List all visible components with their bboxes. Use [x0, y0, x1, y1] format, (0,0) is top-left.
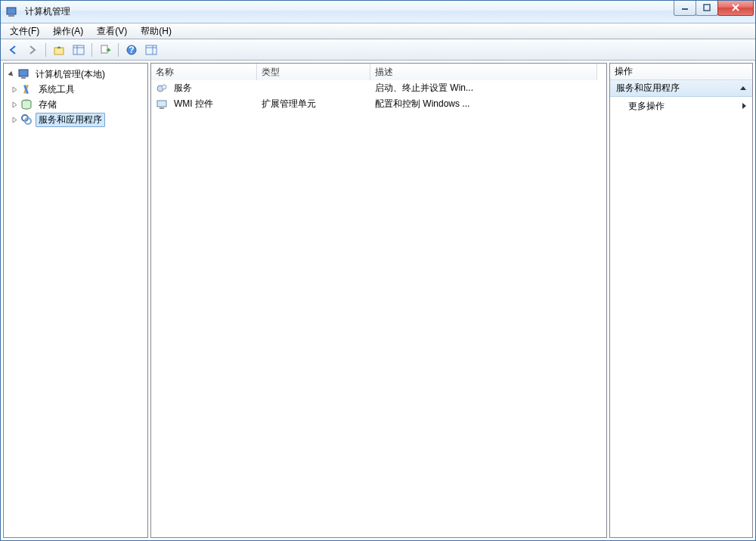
actions-more[interactable]: 更多操作: [610, 97, 752, 115]
show-hide-action-pane-button[interactable]: [142, 41, 160, 59]
expand-icon[interactable]: [10, 85, 19, 94]
tree-panel: 计算机管理(本地) 系统工具 存储 服务和应用程序: [3, 63, 148, 538]
tree-label: 存储: [36, 98, 60, 111]
column-header-name[interactable]: 名称: [151, 64, 257, 80]
svg-rect-6: [54, 48, 64, 54]
show-hide-tree-button[interactable]: [70, 41, 88, 59]
svg-rect-17: [21, 77, 26, 79]
tree-item-services-apps[interactable]: 服务和应用程序: [5, 112, 146, 127]
column-header-desc[interactable]: 描述: [370, 64, 597, 80]
up-button[interactable]: [50, 41, 68, 59]
window: 计算机管理 文件(F) 操作(A) 查看(V) 帮助(H): [0, 0, 756, 541]
chevron-right-icon: [742, 103, 746, 109]
cell-desc: 启动、终止并设置 Win...: [375, 82, 473, 95]
window-controls: [674, 1, 754, 16]
tree-label: 服务和应用程序: [36, 113, 105, 127]
svg-rect-7: [73, 45, 84, 54]
cell-name: 服务: [174, 82, 192, 95]
titlebar: 计算机管理: [1, 1, 755, 23]
actions-panel: 操作 服务和应用程序 更多操作: [609, 63, 753, 538]
computer-icon: [17, 68, 29, 80]
collapse-up-icon: [740, 86, 746, 90]
maximize-button[interactable]: [696, 1, 718, 16]
gears-icon: [156, 82, 168, 95]
svg-rect-13: [146, 45, 156, 54]
wmi-icon: [156, 98, 168, 110]
svg-point-24: [162, 85, 166, 89]
expand-icon[interactable]: [10, 100, 19, 109]
actions-more-label: 更多操作: [628, 100, 665, 113]
cell-type: 扩展管理单元: [262, 98, 316, 110]
list-body: 服务 启动、终止并设置 Win... WMI 控件 扩展管理单元 配置和控制 W…: [151, 80, 606, 537]
collapse-icon[interactable]: [7, 70, 16, 79]
list-row-services[interactable]: 服务 启动、终止并设置 Win...: [151, 80, 606, 96]
tree-item-system-tools[interactable]: 系统工具: [5, 82, 146, 97]
tools-icon: [20, 83, 33, 95]
actions-section-label: 服务和应用程序: [616, 82, 680, 95]
list-row-wmi[interactable]: WMI 控件 扩展管理单元 配置和控制 Windows ...: [151, 96, 606, 112]
menu-file[interactable]: 文件(F): [4, 23, 45, 39]
toolbar-separator: [118, 43, 119, 57]
menu-view[interactable]: 查看(V): [91, 23, 133, 39]
tree-label: 计算机管理(本地): [33, 68, 108, 81]
svg-text:?: ?: [129, 45, 134, 55]
window-title: 计算机管理: [25, 5, 70, 18]
menu-help[interactable]: 帮助(H): [135, 23, 178, 39]
svg-rect-25: [157, 101, 166, 107]
storage-icon: [20, 98, 33, 110]
services-icon: [20, 113, 33, 126]
app-icon: [5, 6, 17, 18]
expand-icon[interactable]: [10, 115, 19, 124]
minimize-button[interactable]: [674, 1, 696, 16]
svg-rect-26: [160, 107, 164, 109]
close-button[interactable]: [717, 1, 754, 16]
body: 计算机管理(本地) 系统工具 存储 服务和应用程序 名称 类型: [1, 61, 755, 540]
tree-item-storage[interactable]: 存储: [5, 97, 146, 112]
forward-button[interactable]: [23, 41, 42, 59]
svg-rect-3: [704, 5, 710, 11]
toolbar-separator: [45, 43, 46, 57]
tree-root[interactable]: 计算机管理(本地): [5, 67, 146, 82]
tree-label: 系统工具: [36, 83, 78, 96]
toolbar-separator: [91, 43, 92, 57]
column-header-end: [597, 64, 606, 80]
svg-rect-0: [7, 8, 16, 14]
svg-rect-10: [101, 45, 107, 53]
column-header-type[interactable]: 类型: [257, 64, 370, 80]
column-header-row: 名称 类型 描述: [151, 64, 606, 80]
toolbar: ?: [1, 39, 755, 61]
back-button[interactable]: [4, 41, 22, 59]
list-panel: 名称 类型 描述 服务 启动、终止并设置 Win... WM: [150, 63, 607, 538]
actions-header: 操作: [610, 64, 752, 80]
export-button[interactable]: [96, 41, 114, 59]
help-button[interactable]: ?: [122, 41, 141, 59]
cell-name: WMI 控件: [174, 98, 213, 110]
menubar: 文件(F) 操作(A) 查看(V) 帮助(H): [1, 23, 755, 39]
cell-desc: 配置和控制 Windows ...: [375, 98, 469, 110]
svg-rect-1: [8, 15, 14, 17]
menu-action[interactable]: 操作(A): [47, 23, 89, 39]
svg-rect-16: [19, 70, 28, 76]
actions-section[interactable]: 服务和应用程序: [610, 80, 752, 97]
